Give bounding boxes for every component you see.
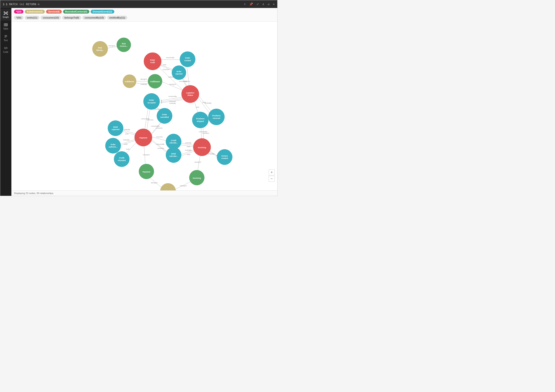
node-credit-calculat[interactable] [166, 134, 182, 149]
filter-subdomain[interactable]: Subdomain(3) [25, 10, 45, 14]
zoom-out-button[interactable]: − [269, 176, 275, 182]
svg-text:emits: emits [126, 148, 130, 150]
svg-text:emittedBy: emittedBy [124, 129, 130, 131]
svg-text:consumes: consumes [147, 119, 153, 121]
svg-text:created: created [184, 59, 191, 62]
svg-text:Status: Status [188, 94, 193, 96]
filter-consumes[interactable]: consumes(10) [41, 16, 61, 20]
filter-bar: *(23) Subdomain(3) Service(4) BoundedCon… [11, 8, 277, 22]
node-positions-returned[interactable] [208, 109, 225, 125]
title-bar-left: $ $ MATCH (n) RETURN n [3, 3, 39, 6]
node-invoice-created[interactable] [217, 149, 233, 165]
node-positions-shipped[interactable] [192, 112, 208, 128]
svg-text:emits: emits [163, 64, 166, 66]
close-icon[interactable]: ✕ [273, 2, 275, 6]
node-debit-calculat[interactable] [166, 147, 182, 163]
svg-text:Logistics: Logistics [186, 92, 194, 94]
svg-text:belongsTo: belongsTo [151, 182, 158, 184]
svg-text:consumes: consumes [156, 136, 163, 138]
svg-text:Order: Order [162, 113, 167, 116]
svg-line-33 [161, 81, 186, 92]
svg-line-18 [6, 47, 6, 49]
node-credit-refunded[interactable] [114, 151, 130, 167]
zoom-in-button[interactable]: + [269, 169, 275, 175]
filter-emitted-by[interactable]: emittedBy(11) [107, 16, 127, 20]
node-order-authoriz[interactable] [105, 138, 121, 154]
node-order-rejected[interactable] [172, 66, 186, 80]
svg-text:emittedBy: emittedBy [123, 139, 129, 141]
svg-text:belongsTo: belongsTo [180, 185, 187, 187]
svg-text:consumes: consumes [158, 148, 164, 149]
filter-emits[interactable]: emits(11) [25, 16, 39, 20]
filter-all-nodes[interactable]: *(23) [14, 10, 23, 14]
svg-text:Invoicing: Invoicing [198, 147, 206, 149]
svg-text:emits: emits [187, 146, 190, 147]
svg-text:Invoicing: Invoicing [193, 177, 201, 179]
svg-text:calculat...: calculat... [169, 142, 178, 144]
filter-row-1: *(23) Subdomain(3) Service(4) BoundedCon… [14, 10, 275, 14]
sidebar-item-code[interactable]: Code [0, 44, 11, 55]
download-icon[interactable]: ⬇ [244, 2, 246, 6]
svg-text:Payment: Payment [139, 137, 147, 139]
svg-line-5 [5, 12, 5, 13]
svg-text:emits: emits [125, 133, 129, 135]
svg-text:emits: emits [196, 106, 199, 108]
node-risk-manag[interactable] [92, 41, 108, 57]
svg-text:Order: Order [110, 143, 116, 146]
sidebar-item-graph[interactable]: Graph [0, 9, 11, 21]
sidebar: Graph Table Text [0, 8, 11, 196]
svg-text:Credit: Credit [119, 157, 124, 159]
svg-text:emittedBy: emittedBy [185, 142, 191, 144]
svg-text:Fulfillment: Fulfillment [150, 81, 160, 83]
filter-domain-event[interactable]: DomainEvent(12) [91, 10, 114, 14]
svg-text:emittedBy: emittedBy [141, 84, 147, 85]
svg-line-6 [7, 12, 7, 13]
dollar-icon: $ [3, 3, 5, 6]
node-order-accepted[interactable] [143, 93, 160, 110]
svg-text:consumes: consumes [156, 127, 162, 129]
svg-text:authoriz...: authoriz... [109, 146, 117, 148]
svg-text:Fulfillment: Fulfillment [125, 81, 134, 83]
svg-text:Assess...: Assess... [120, 45, 128, 47]
svg-text:consumes: consumes [163, 69, 169, 70]
svg-text:Order: Order [185, 57, 190, 59]
svg-line-7 [5, 13, 5, 14]
pin-icon[interactable]: 📌 [249, 2, 253, 6]
svg-text:belongsTo: belongsTo [140, 78, 147, 80]
svg-point-0 [5, 13, 7, 14]
filter-belongs-to[interactable]: belongsTo(8) [62, 16, 81, 20]
svg-text:emittedBy: emittedBy [208, 153, 214, 155]
graph-area[interactable]: belongsTo consumedBy emits consumes emit… [11, 22, 277, 190]
main-area: Graph Table Text [0, 8, 277, 196]
filter-bounded-context[interactable]: BoundedContext(4) [63, 10, 89, 14]
node-order-created[interactable] [180, 52, 196, 67]
code-label: Code [3, 51, 8, 53]
filter-all-rels[interactable]: *(50) [14, 16, 23, 20]
svg-text:Manag...: Manag... [96, 49, 104, 51]
sidebar-item-text[interactable]: Text [0, 32, 11, 44]
sidebar-item-table[interactable]: Table [0, 21, 11, 32]
chevron-up-icon[interactable]: ∧ [263, 2, 264, 6]
refresh-icon[interactable]: ↺ [268, 2, 269, 6]
svg-text:returned: returned [213, 117, 220, 119]
svg-text:emits: emits [124, 143, 128, 145]
svg-text:refunded: refunded [118, 159, 126, 162]
filter-consumed-by[interactable]: consumedBy(10) [82, 16, 106, 20]
svg-text:consumedBy: consumedBy [166, 57, 174, 59]
svg-text:Audit: Audit [150, 61, 155, 64]
filter-row-2: *(50) emits(11) consumes(10) belongsTo(8… [14, 16, 275, 20]
svg-text:Order: Order [149, 99, 154, 101]
svg-text:captured: captured [111, 128, 119, 131]
node-risk-assess[interactable] [117, 38, 131, 52]
node-payment-tan[interactable] [160, 183, 176, 190]
node-logistics-status[interactable] [182, 85, 199, 103]
svg-text:rejected: rejected [175, 73, 183, 75]
svg-text:Debit: Debit [113, 126, 118, 128]
app-container: $ $ MATCH (n) RETURN n ⬇ 📌 ⤢ ∧ ↺ ✕ [0, 0, 278, 196]
node-order-cancelled[interactable] [157, 108, 172, 124]
node-order-audit[interactable] [144, 52, 161, 70]
filter-service[interactable]: Service(4) [46, 10, 62, 14]
node-debit-captured[interactable] [108, 120, 123, 136]
svg-text:belongsTo: belongsTo [169, 84, 176, 85]
expand-icon[interactable]: ⤢ [256, 2, 259, 6]
